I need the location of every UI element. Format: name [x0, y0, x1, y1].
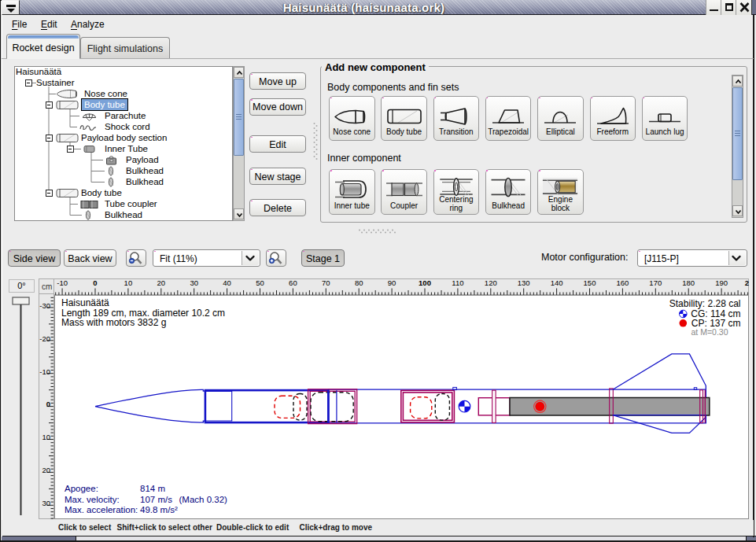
svg-text:107 m/s: 107 m/s [140, 495, 172, 504]
svg-text:Mass with motors 3832 g: Mass with motors 3832 g [61, 317, 166, 328]
svg-text:Stability: 2.28 cal: Stability: 2.28 cal [669, 298, 741, 309]
svg-text:Max. velocity:: Max. velocity: [65, 495, 120, 504]
svg-text:Max. acceleration:: Max. acceleration: [65, 505, 138, 514]
svg-text:49.8 m/s²: 49.8 m/s² [140, 505, 178, 514]
svg-text:Apogee:: Apogee: [65, 484, 98, 493]
svg-text:at M=0.30: at M=0.30 [691, 327, 728, 337]
svg-text:(Mach 0.32): (Mach 0.32) [179, 495, 228, 504]
svg-text:814 m: 814 m [140, 484, 165, 493]
